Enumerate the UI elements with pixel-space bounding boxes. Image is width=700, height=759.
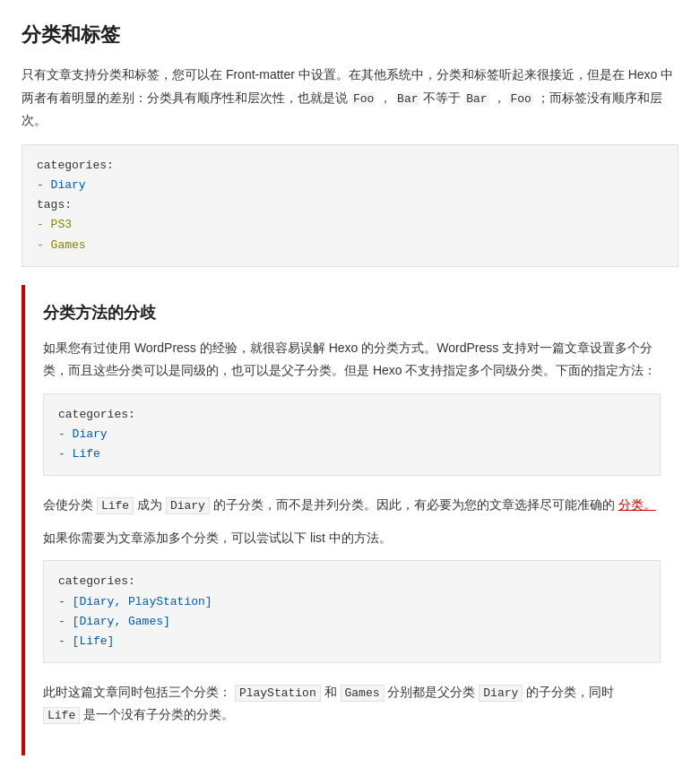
inline-life2: Life xyxy=(43,707,80,724)
para4-mid3: 的子分类，同时 xyxy=(526,685,614,699)
code2-line1: categories: xyxy=(58,405,645,425)
section-para1: 如果您有过使用 WordPress 的经验，就很容易误解 Hexo 的分类方式。… xyxy=(43,337,661,382)
para2-prefix: 会使分类 xyxy=(43,497,93,512)
inline-code-bar2: Bar xyxy=(464,92,488,106)
code-block-1: categories: - Diary tags: - PS3 - Games xyxy=(22,144,678,266)
code2-line3: - Life xyxy=(58,444,645,464)
section-divergence: 分类方法的分歧 如果您有过使用 WordPress 的经验，就很容易误解 Hex… xyxy=(22,285,678,755)
para4-end: 是一个没有子分类的分类。 xyxy=(83,707,234,721)
page-title: 分类和标签 xyxy=(22,18,678,51)
intro-notequal: 不等于 xyxy=(423,91,464,105)
code-line-4: - PS3 xyxy=(37,215,663,235)
inline-code-foo2: Foo xyxy=(508,92,532,106)
inline-code-bar1: Bar xyxy=(395,92,419,106)
code-block-3: categories: - [Diary, PlayStation] - [Di… xyxy=(43,560,661,662)
para4-mid2: 分别都是父分类 xyxy=(387,685,479,699)
section-title: 分类方法的分歧 xyxy=(43,299,661,327)
inline-diary2: Diary xyxy=(479,685,523,702)
para4-prefix: 此时这篇文章同时包括三个分类： xyxy=(43,685,231,699)
inline-games: Games xyxy=(341,685,385,702)
para2-link[interactable]: 分类。 xyxy=(618,497,656,512)
code-line-5: - Games xyxy=(37,236,663,255)
para2-mid2: 的子分类，而不是并列分类。因此，有必要为您的文章选择尽可能准确的 xyxy=(213,497,615,512)
intro-comma1: ， xyxy=(379,91,392,105)
code3-line4: - [Life] xyxy=(58,632,645,651)
code-block-2: categories: - Diary - Life xyxy=(43,393,661,476)
code2-line2: - Diary xyxy=(58,425,645,444)
inline-life: Life xyxy=(97,497,134,514)
para4-mid1: 和 xyxy=(324,685,341,699)
inline-code-foo1: Foo xyxy=(351,92,376,106)
section-para4: 此时这篇文章同时包括三个分类： PlayStation 和 Games 分别都是… xyxy=(43,681,661,727)
code-line-1: categories: xyxy=(37,156,663,176)
section-para3: 如果你需要为文章添加多个分类，可以尝试以下 list 中的方法。 xyxy=(43,527,661,549)
inline-playstation: PlayStation xyxy=(235,685,321,702)
intro-comma2: ， xyxy=(493,91,506,105)
code-line-2: - Diary xyxy=(37,176,663,195)
intro-paragraph: 只有文章支持分类和标签，您可以在 Front-matter 中设置。在其他系统中… xyxy=(22,64,678,132)
code3-line1: categories: xyxy=(58,572,645,591)
para2-mid1: 成为 xyxy=(137,497,166,512)
section-para2: 会使分类 Life 成为 Diary 的子分类，而不是并列分类。因此，有必要为您… xyxy=(43,494,661,516)
code3-line2: - [Diary, PlayStation] xyxy=(58,592,645,612)
code-line-3: tags: xyxy=(37,195,663,215)
inline-diary: Diary xyxy=(166,497,210,514)
code3-line3: - [Diary, Games] xyxy=(58,612,645,632)
